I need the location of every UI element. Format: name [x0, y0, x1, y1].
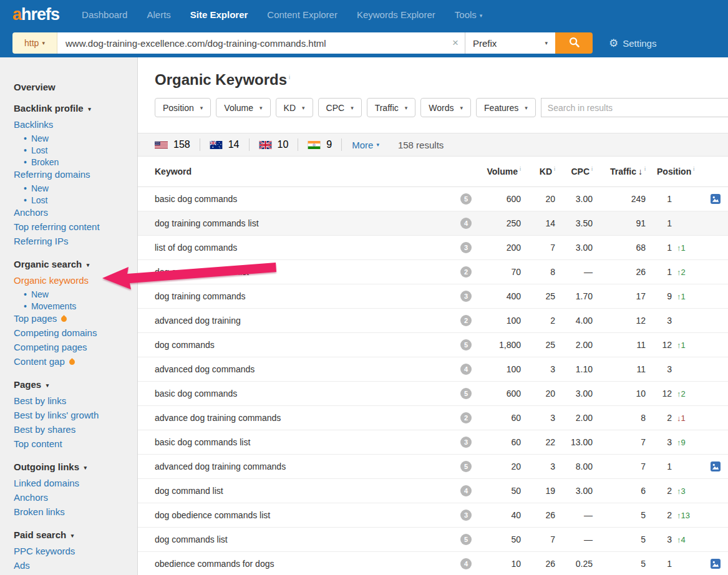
nav-item-dashboard[interactable]: Dashboard	[82, 9, 127, 20]
sidebar-item-lost[interactable]: •Lost	[14, 145, 137, 157]
sidebar-item-competing-domains[interactable]: Competing domains	[14, 327, 137, 342]
sidebar-item-best-by-shares[interactable]: Best by shares	[14, 424, 137, 438]
cpc-cell: 1.10	[555, 357, 593, 381]
serp-features-cell[interactable]: 4	[453, 551, 479, 575]
protocol-dropdown[interactable]: http ▾	[12, 32, 57, 54]
clear-icon[interactable]: ×	[452, 37, 459, 49]
nav-item-alerts[interactable]: Alerts	[147, 9, 170, 20]
table-row[interactable]: basic dog commands list3602213.0073↑9	[138, 430, 728, 454]
table-row[interactable]: advanced dog training210024.00123	[138, 308, 728, 332]
header-kd[interactable]: KDi	[521, 157, 555, 186]
serp-features-cell[interactable]: 5	[453, 332, 479, 357]
country-tab-gb[interactable]: 10	[250, 138, 299, 151]
sidebar-item-referring-domains[interactable]: Referring domains	[14, 169, 137, 183]
sidebar-item-backlink-profile[interactable]: Backlink profile ▾	[14, 103, 137, 115]
sidebar-item-paid-search[interactable]: Paid search ▾	[14, 529, 137, 542]
url-input[interactable]	[57, 32, 465, 54]
more-countries-dropdown[interactable]: More ▾	[342, 140, 389, 150]
ahrefs-logo[interactable]: ahrefs	[12, 5, 59, 24]
sidebar-item-top-content[interactable]: Top content	[14, 438, 137, 453]
table-row[interactable]: advanced dog commands410031.10113	[138, 357, 728, 381]
table-row[interactable]: dog command words list2708—261↑2	[138, 259, 728, 284]
filter-cpc[interactable]: CPC▾	[318, 98, 362, 117]
table-row[interactable]: list of dog commands320073.00681↑1	[138, 235, 728, 259]
sidebar-item-referring-ips[interactable]: Referring IPs	[14, 236, 137, 250]
sidebar-item-ppc-keywords[interactable]: PPC keywords	[14, 546, 137, 560]
serp-features-cell[interactable]: 5	[453, 381, 479, 405]
nav-item-site-explorer[interactable]: Site Explorer	[190, 9, 248, 20]
filter-kd[interactable]: KD▾	[276, 98, 313, 117]
table-row[interactable]: dog training commands3400251.70179↑1	[138, 284, 728, 308]
sidebar-item-best-by-links-growth[interactable]: Best by links' growth	[14, 410, 137, 424]
search-in-results-input[interactable]	[541, 98, 728, 117]
sidebar-item-organic-keywords[interactable]: Organic keywords	[14, 275, 137, 289]
table-row[interactable]: dog obedience commands list34026—52↑13	[138, 503, 728, 527]
table-row[interactable]: dog commands list5507—53↑4	[138, 527, 728, 551]
serp-features-cell[interactable]: 5	[453, 527, 479, 551]
sidebar-item-overview[interactable]: Overview	[14, 82, 137, 94]
table-row[interactable]: advanced dog training commands52038.0071	[138, 454, 728, 478]
serp-features-cell[interactable]: 3	[453, 284, 479, 308]
sidebar-item-new[interactable]: •New	[14, 133, 137, 145]
serp-features-cell[interactable]: 2	[453, 405, 479, 430]
settings-button[interactable]: ⚙ Settings	[609, 37, 656, 50]
table-row[interactable]: basic dog commands5600203.002491	[138, 186, 728, 211]
search-button[interactable]	[555, 32, 593, 54]
sidebar-item-pages[interactable]: Pages ▾	[14, 379, 137, 392]
table-row[interactable]: dog commands51,800252.001112↑1	[138, 332, 728, 357]
keyword-text: obedience commands for dogs	[155, 559, 274, 569]
nav-item-keywords-explorer[interactable]: Keywords Explorer	[357, 9, 435, 20]
table-row[interactable]: dog training commands list4250143.50911	[138, 211, 728, 235]
serp-features-cell[interactable]: 3	[453, 503, 479, 527]
header-position[interactable]: Positioni	[646, 157, 703, 186]
sidebar-item-outgoing-links[interactable]: Outgoing links ▾	[14, 461, 137, 474]
filter-features[interactable]: Features▾	[476, 98, 536, 117]
mode-dropdown[interactable]: Prefix ▾	[465, 32, 555, 54]
sidebar-item-broken-links[interactable]: Broken links	[14, 506, 137, 521]
sidebar-item-content-gap[interactable]: Content gap	[14, 356, 137, 370]
country-tab-au[interactable]: 14	[200, 138, 250, 151]
sidebar-item-movements[interactable]: •Movements	[14, 301, 137, 313]
sidebar-item-competing-pages[interactable]: Competing pages	[14, 342, 137, 356]
serp-features-cell[interactable]: 2	[453, 308, 479, 332]
filter-traffic[interactable]: Traffic▾	[367, 98, 416, 117]
sidebar-item-backlinks[interactable]: Backlinks	[14, 119, 137, 133]
sidebar-item-top-pages[interactable]: Top pages	[14, 313, 137, 327]
table-row[interactable]: advance dog training commands26032.0082↓…	[138, 405, 728, 430]
sidebar-item-anchors[interactable]: Anchors	[14, 207, 137, 221]
sidebar-item-broken[interactable]: •Broken	[14, 157, 137, 169]
table-row[interactable]: basic dog commands5600203.001012↑2	[138, 381, 728, 405]
serp-features-cell[interactable]: 5	[453, 186, 479, 211]
header-volume[interactable]: Volumei	[479, 157, 521, 186]
sidebar-item-lost[interactable]: •Lost	[14, 195, 137, 207]
header-traffic[interactable]: Traffic↓i	[593, 157, 646, 186]
kd-cell: 3	[521, 357, 555, 381]
serp-features-cell[interactable]: 4	[453, 357, 479, 381]
serp-features-cell[interactable]: 3	[453, 430, 479, 454]
country-tab-us[interactable]: 158	[155, 138, 200, 151]
sidebar-item-anchors[interactable]: Anchors	[14, 492, 137, 506]
sidebar-item-new[interactable]: •New	[14, 289, 137, 301]
serp-features-badge: 4	[460, 364, 472, 375]
sidebar-item-organic-search[interactable]: Organic search ▾	[14, 259, 137, 271]
table-row[interactable]: dog command list450193.0062↑3	[138, 478, 728, 503]
sidebar-item-top-referring-content[interactable]: Top referring content	[14, 221, 137, 236]
sidebar-item-linked-domains[interactable]: Linked domains	[14, 478, 137, 492]
filter-volume[interactable]: Volume▾	[216, 98, 270, 117]
sidebar-item-ads[interactable]: Ads	[14, 560, 137, 574]
serp-features-cell[interactable]: 5	[453, 454, 479, 478]
serp-features-cell[interactable]: 3	[453, 235, 479, 259]
sidebar-item-new[interactable]: •New	[14, 183, 137, 195]
filter-words[interactable]: Words▾	[420, 98, 471, 117]
country-tab-in[interactable]: 9	[298, 138, 342, 151]
serp-features-cell[interactable]: 2	[453, 259, 479, 284]
sidebar-item-best-by-links[interactable]: Best by links	[14, 395, 137, 410]
filter-position[interactable]: Position▾	[155, 98, 211, 117]
nav-item-tools[interactable]: Tools▾	[455, 9, 483, 20]
serp-features-cell[interactable]: 4	[453, 478, 479, 503]
header-cpc[interactable]: CPCi	[555, 157, 593, 186]
header-keyword[interactable]: Keyword	[138, 157, 453, 186]
serp-features-cell[interactable]: 4	[453, 211, 479, 235]
nav-item-content-explorer[interactable]: Content Explorer	[267, 9, 337, 20]
table-row[interactable]: obedience commands for dogs410260.2551	[138, 551, 728, 575]
